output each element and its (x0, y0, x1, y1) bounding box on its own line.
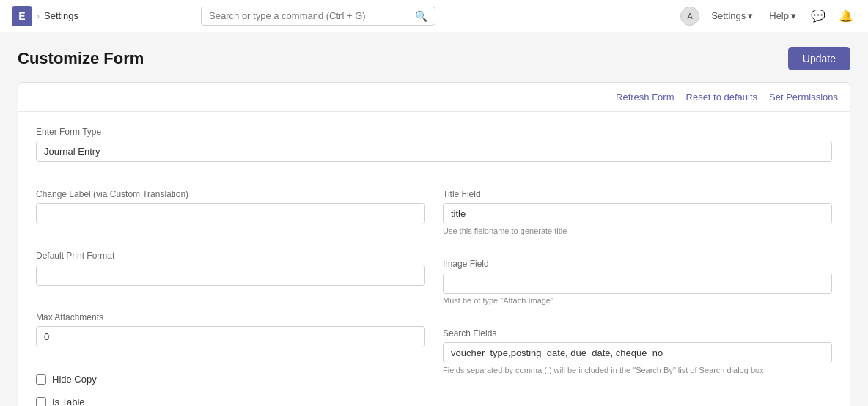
reset-defaults-button[interactable]: Reset to defaults (686, 89, 758, 106)
is-table-checkbox[interactable] (36, 397, 46, 407)
default-print-input[interactable] (36, 265, 425, 286)
two-col-layout: Change Label (via Custom Translation) De… (36, 189, 832, 406)
settings-nav-button[interactable]: Settings ▾ (707, 7, 757, 24)
image-field-label: Image Field (443, 259, 832, 269)
section-divider (36, 177, 832, 177)
nav-left: E › Settings (12, 6, 78, 26)
form-type-input[interactable] (36, 141, 832, 162)
form-type-label: Enter Form Type (36, 127, 832, 137)
title-field-input[interactable] (443, 203, 832, 224)
image-field-section: Image Field Must be of type "Attach Imag… (443, 259, 832, 305)
left-column: Change Label (via Custom Translation) De… (36, 189, 425, 406)
search-fields-hint: Fields separated by comma (,) will be in… (443, 366, 832, 374)
is-table-row: Is Table (36, 396, 425, 406)
search-fields-section: Search Fields Fields separated by comma … (443, 328, 832, 374)
title-field-label: Title Field (443, 189, 832, 199)
app-icon[interactable]: E (12, 6, 32, 26)
title-field-hint: Use this fieldname to generate title (443, 226, 832, 235)
right-column: Title Field Use this fieldname to genera… (443, 189, 832, 406)
card-body: Enter Form Type Change Label (via Custom… (18, 112, 850, 406)
page-title: Customize Form (18, 49, 144, 68)
default-print-label: Default Print Format (36, 251, 425, 261)
breadcrumb-chevron: › (37, 11, 40, 21)
set-permissions-button[interactable]: Set Permissions (769, 89, 838, 106)
search-fields-input[interactable] (443, 342, 832, 363)
avatar[interactable]: A (680, 7, 699, 26)
is-table-label: Is Table (52, 396, 85, 406)
change-label-label: Change Label (via Custom Translation) (36, 189, 425, 199)
search-icon: 🔍 (415, 10, 427, 22)
change-label-section: Change Label (via Custom Translation) (36, 189, 425, 224)
default-print-section: Default Print Format (36, 251, 425, 286)
card-toolbar: Refresh Form Reset to defaults Set Permi… (18, 83, 850, 112)
chat-icon[interactable]: 💬 (808, 6, 828, 26)
image-field-hint: Must be of type "Attach Image" (443, 296, 832, 305)
bell-icon[interactable]: 🔔 (836, 6, 856, 26)
search-input[interactable] (209, 10, 411, 21)
search-fields-label: Search Fields (443, 328, 832, 339)
max-attachments-label: Max Attachments (36, 312, 425, 322)
refresh-form-button[interactable]: Refresh Form (616, 89, 674, 106)
hide-copy-checkbox[interactable] (36, 374, 46, 385)
form-type-section: Enter Form Type (36, 127, 832, 162)
hide-copy-row: Hide Copy (36, 374, 425, 385)
page-header: Customize Form Update (18, 47, 850, 70)
top-nav: E › Settings 🔍 A Settings ▾ Help ▾ 💬 🔔 (0, 0, 868, 32)
nav-right: A Settings ▾ Help ▾ 💬 🔔 (680, 6, 856, 26)
image-field-input[interactable] (443, 273, 832, 294)
title-field-section: Title Field Use this fieldname to genera… (443, 189, 832, 235)
max-attachments-input[interactable] (36, 326, 425, 347)
max-attachments-section: Max Attachments (36, 312, 425, 347)
search-bar[interactable]: 🔍 (201, 7, 435, 26)
main-card: Refresh Form Reset to defaults Set Permi… (18, 82, 850, 406)
help-nav-button[interactable]: Help ▾ (765, 7, 801, 24)
change-label-input[interactable] (36, 203, 425, 224)
page-content: Customize Form Update Refresh Form Reset… (0, 32, 868, 406)
hide-copy-label: Hide Copy (52, 374, 97, 385)
breadcrumb-settings[interactable]: Settings (44, 10, 78, 21)
update-button[interactable]: Update (788, 47, 850, 70)
